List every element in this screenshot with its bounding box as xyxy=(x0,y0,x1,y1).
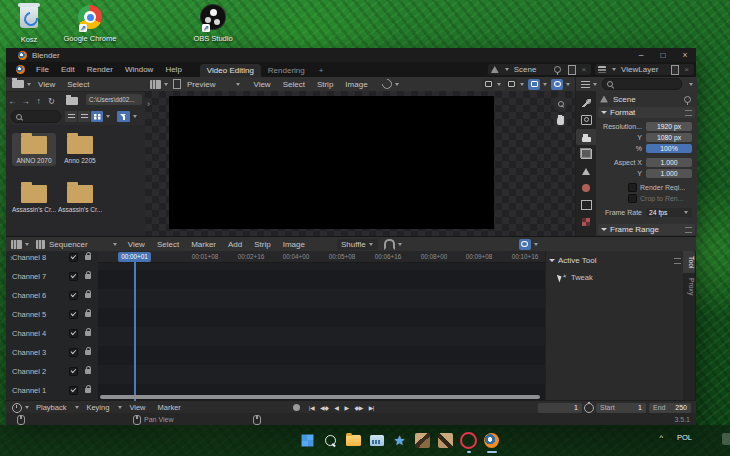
chevron-down-icon[interactable] xyxy=(106,115,110,118)
channel-row[interactable]: Channel 4 xyxy=(6,324,98,343)
file-explorer-button[interactable] xyxy=(342,428,365,453)
channel-visibility-checkbox[interactable] xyxy=(69,253,78,262)
channel-row[interactable]: Channel 7 xyxy=(6,267,98,286)
crop-to-render-checkbox[interactable] xyxy=(628,194,637,203)
start-button[interactable] xyxy=(296,428,319,453)
channel-row[interactable]: Channel 2 xyxy=(6,362,98,381)
blender-taskbar-button[interactable] xyxy=(480,428,503,453)
channel-visibility-checkbox[interactable] xyxy=(69,329,78,338)
close-button[interactable]: × xyxy=(674,48,696,62)
filter-button[interactable] xyxy=(117,111,130,122)
workspace-tab-video-editing[interactable]: Video Editing xyxy=(200,64,261,78)
tab-texture[interactable] xyxy=(576,214,596,230)
panel-grip-icon[interactable] xyxy=(685,110,692,116)
forward-button[interactable]: → xyxy=(19,96,32,106)
tab-world[interactable] xyxy=(576,180,596,196)
blender-menu-icon[interactable] xyxy=(16,65,25,74)
menu-render[interactable]: Render xyxy=(81,65,119,74)
workspace-tab-rendering[interactable]: Rendering xyxy=(261,64,312,78)
pv-menu-view[interactable]: View xyxy=(247,80,276,89)
pb-marker-menu[interactable]: Marker xyxy=(152,403,187,412)
play-button[interactable]: ▶ xyxy=(341,404,351,411)
channel-visibility-checkbox[interactable] xyxy=(69,291,78,300)
fb-menu-view[interactable]: View xyxy=(32,80,61,89)
folder-item[interactable]: Anno 2205 xyxy=(58,136,102,164)
playhead[interactable] xyxy=(134,261,136,401)
lock-icon[interactable] xyxy=(85,312,91,317)
lock-icon[interactable] xyxy=(85,331,91,336)
tab-view-layer[interactable] xyxy=(576,146,596,162)
language-indicator[interactable]: POL xyxy=(677,433,692,442)
channel-row[interactable]: Channel 5 xyxy=(6,305,98,324)
favorites-button[interactable]: ★ xyxy=(388,428,411,453)
channel-row[interactable]: Channel 1 xyxy=(6,381,98,400)
seq-menu-add[interactable]: Add xyxy=(222,240,248,249)
path-field[interactable]: C:\Users\dd02... xyxy=(86,94,142,105)
file-browser-editor-icon[interactable] xyxy=(12,80,24,88)
frame-end-field[interactable]: End 250 xyxy=(649,403,691,413)
previous-keyframe-button[interactable]: ◀◆ xyxy=(317,404,331,411)
seq-overlays-toggle-button[interactable] xyxy=(519,239,531,250)
sidebar-tab-proxy[interactable]: Proxy xyxy=(683,273,695,300)
frame-start-field[interactable]: Start 1 xyxy=(596,403,646,413)
current-frame-field[interactable]: 1 xyxy=(538,403,582,413)
new-scene-icon[interactable] xyxy=(568,65,576,75)
channel-row[interactable]: Channel 8 xyxy=(6,248,98,267)
resolution-y-field[interactable]: 1080 px xyxy=(646,133,692,142)
timeline-editor-icon[interactable] xyxy=(12,403,22,413)
chevron-down-icon[interactable] xyxy=(133,115,137,118)
pv-menu-select[interactable]: Select xyxy=(277,80,311,89)
tab-tool[interactable] xyxy=(576,95,596,111)
format-panel-header[interactable]: Format xyxy=(598,107,695,118)
desktop-icon-recycle-bin[interactable]: Kosz xyxy=(0,4,61,44)
tray-volume-icon[interactable] xyxy=(722,433,730,445)
fb-search-input[interactable] xyxy=(11,110,61,123)
pan-button[interactable] xyxy=(554,114,567,127)
folder-item[interactable]: Assassin's Cr... xyxy=(12,185,56,213)
seq-menu-select[interactable]: Select xyxy=(151,240,185,249)
create-folder-icon[interactable] xyxy=(66,97,78,105)
pinned-app-2-button[interactable] xyxy=(434,428,457,453)
viewlayer-selector[interactable]: ViewLayer × xyxy=(595,64,694,75)
preview-viewport[interactable] xyxy=(145,91,575,236)
scene-selector[interactable]: Scene × xyxy=(488,64,591,75)
desktop-icon-obs-studio[interactable]: ↗ OBS Studio xyxy=(181,4,245,43)
lock-icon[interactable] xyxy=(85,274,91,279)
sidebar-tab-tool[interactable]: Tool xyxy=(683,251,695,273)
task-manager-button[interactable] xyxy=(365,428,388,453)
next-keyframe-button[interactable]: ◆▶ xyxy=(352,404,366,411)
panel-grip-icon[interactable] xyxy=(674,258,681,264)
timeline-area[interactable]: 00:01+08 00:02+16 00:04+00 00:05+08 00:0… xyxy=(98,251,545,401)
properties-editor-icon[interactable] xyxy=(581,80,590,88)
resolution-x-field[interactable]: 1920 px xyxy=(646,122,692,131)
chevron-down-icon[interactable] xyxy=(689,83,693,86)
overlap-mode-dropdown[interactable]: Shuffle xyxy=(337,239,378,250)
lock-icon[interactable] xyxy=(85,350,91,355)
channel-visibility-checkbox[interactable] xyxy=(69,272,78,281)
tab-render[interactable] xyxy=(576,112,596,128)
panel-grip-icon[interactable] xyxy=(685,227,692,233)
snapping-toggle-button[interactable] xyxy=(528,79,540,90)
unlink-scene-icon[interactable]: × xyxy=(579,65,588,74)
auto-keying-record-button[interactable] xyxy=(293,404,300,411)
lock-icon[interactable] xyxy=(85,369,91,374)
pinned-app-1-button[interactable] xyxy=(411,428,434,453)
transform-toggle-button[interactable] xyxy=(505,79,517,90)
fb-menu-select[interactable]: Select xyxy=(61,80,95,89)
pivot-point-icon[interactable] xyxy=(380,77,394,91)
properties-search-input[interactable] xyxy=(602,78,682,90)
pv-menu-image[interactable]: Image xyxy=(339,80,373,89)
desktop-icon-google-chrome[interactable]: ↗ Google Chrome xyxy=(58,4,122,43)
aspect-y-field[interactable]: 1.000 xyxy=(646,169,692,178)
pin-icon[interactable] xyxy=(554,66,561,73)
back-button[interactable]: ← xyxy=(6,96,19,106)
playback-menu[interactable]: Playback xyxy=(30,403,72,412)
seq-menu-image[interactable]: Image xyxy=(277,240,311,249)
tab-collection[interactable] xyxy=(576,197,596,213)
lock-icon[interactable] xyxy=(85,255,91,260)
channel-visibility-checkbox[interactable] xyxy=(69,386,78,395)
refresh-button[interactable]: ↻ xyxy=(45,96,58,106)
zoom-button[interactable] xyxy=(554,97,567,110)
aspect-x-field[interactable]: 1.000 xyxy=(646,158,692,167)
folder-item-selected[interactable]: ANNO 2070 xyxy=(12,133,56,166)
